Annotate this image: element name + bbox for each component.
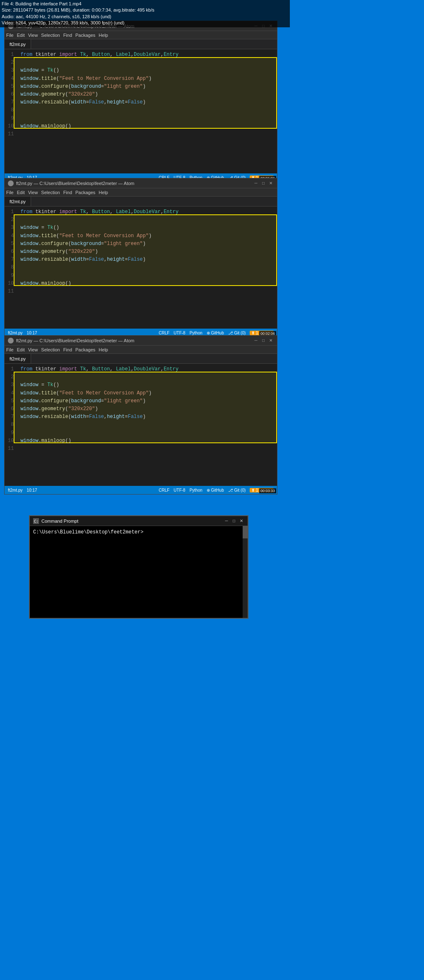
status-python-2: Python xyxy=(190,331,202,335)
tab-ft2mt-2[interactable]: ft2mt.py xyxy=(5,197,31,206)
code-line-2-11 xyxy=(20,288,274,295)
editor-area-2: 1234567891011 from tkinter import Tk, Bu… xyxy=(5,207,277,329)
code-line-2-6: window.geometry("320x220") xyxy=(20,248,274,256)
cmd-close-button[interactable]: ✕ xyxy=(238,518,244,524)
atom-icon-3 xyxy=(8,338,14,343)
svg-text:C:: C: xyxy=(34,519,39,524)
code-line-2-4: window.title("Feet to Meter Conversion A… xyxy=(20,232,274,240)
title-bar-2: ft2mt.py — C:\Users\Bluelime\Desktop\fee… xyxy=(5,178,277,188)
code-content-1[interactable]: from tkinter import Tk, Button, Label,Do… xyxy=(17,49,277,173)
menu-view-2[interactable]: View xyxy=(28,190,38,195)
line-numbers-2: 1234567891011 xyxy=(5,207,17,329)
title-bar-left-2: ft2mt.py — C:\Users\Bluelime\Desktop\fee… xyxy=(8,180,134,186)
status-left-3: ft2mt.py 10:17 xyxy=(8,488,37,492)
status-right-3: CRLF UTF-8 Python ⊕ GitHub ⎇ Git (0) ⬆ 1… xyxy=(159,488,274,492)
code-line-3-8 xyxy=(20,421,274,429)
cmd-maximize-button[interactable]: □ xyxy=(231,518,237,524)
code-line-1-3: window = Tk() xyxy=(20,67,274,74)
menu-file-2[interactable]: File xyxy=(6,190,14,195)
minimize-button-3[interactable]: ─ xyxy=(253,338,259,343)
code-line-3-3: window = Tk() xyxy=(20,381,274,389)
menu-selection-1[interactable]: Selection xyxy=(41,33,60,38)
code-line-3-5: window.configure(background="light green… xyxy=(20,397,274,405)
code-line-3-1: from tkinter import Tk, Button, Label,Do… xyxy=(20,365,274,373)
title-controls-2[interactable]: ─ □ ✕ xyxy=(253,180,274,186)
menu-view-1[interactable]: View xyxy=(28,33,38,38)
menu-view-3[interactable]: View xyxy=(28,347,38,352)
code-content-3[interactable]: from tkinter import Tk, Button, Label,Do… xyxy=(17,364,277,486)
menu-find-1[interactable]: Find xyxy=(63,33,72,38)
menu-find-3[interactable]: Find xyxy=(63,347,72,352)
minimize-button-2[interactable]: ─ xyxy=(253,180,259,186)
cmd-controls[interactable]: ─ □ ✕ xyxy=(224,518,244,524)
menu-packages-2[interactable]: Packages xyxy=(75,190,95,195)
code-line-2-9 xyxy=(20,272,274,280)
code-line-1-8 xyxy=(20,106,274,114)
line-numbers-3: 1234567891011 xyxy=(5,364,17,486)
menu-edit-1[interactable]: Edit xyxy=(17,33,25,38)
status-python-3: Python xyxy=(190,488,202,492)
menu-selection-3[interactable]: Selection xyxy=(41,347,60,352)
code-line-1-5: window.configure(background="light green… xyxy=(20,83,274,91)
title-text-3: ft2mt.py — C:\Users\Bluelime\Desktop\fee… xyxy=(16,338,134,343)
code-line-2-5: window.configure(background="light green… xyxy=(20,240,274,248)
code-line-2-7: window.resizable(width=False,height=Fals… xyxy=(20,256,274,264)
close-button-3[interactable]: ✕ xyxy=(268,338,274,343)
video-info-line4: Video: h264, yuv420p, 1280x720, 359 kb/s… xyxy=(2,20,288,26)
status-bar-3: ft2mt.py 10:17 CRLF UTF-8 Python ⊕ GitHu… xyxy=(5,486,277,494)
code-line-1-1: from tkinter import Tk, Button, Label,Do… xyxy=(20,51,274,59)
menu-file-3[interactable]: File xyxy=(6,347,14,352)
status-right-2: CRLF UTF-8 Python ⊕ GitHub ⎇ Git (0) ⬆ 1… xyxy=(159,331,274,335)
code-line-1-11 xyxy=(20,130,274,138)
editor-area-1: 1234567891011 from tkinter import Tk, Bu… xyxy=(5,49,277,173)
code-line-1-10: window.mainloop() xyxy=(20,122,274,130)
maximize-button-2[interactable]: □ xyxy=(260,180,266,186)
menu-help-2[interactable]: Help xyxy=(99,190,108,195)
tab-bar-1: ft2mt.py xyxy=(5,39,277,49)
title-bar-3: ft2mt.py — C:\Users\Bluelime\Desktop\fee… xyxy=(5,336,277,346)
tab-bar-2: ft2mt.py xyxy=(5,197,277,207)
code-line-1-7: window.resizable(width=False,height=Fals… xyxy=(20,98,274,106)
code-line-3-7: window.resizable(width=False,height=Fals… xyxy=(20,413,274,421)
cmd-prompt-text: C:\Users\Bluelime\Desktop\feet2meter> xyxy=(33,529,143,535)
status-position-2: 10:17 xyxy=(27,331,37,335)
close-button-2[interactable]: ✕ xyxy=(268,180,274,186)
cmd-body[interactable]: C:\Users\Bluelime\Desktop\feet2meter> xyxy=(30,526,248,618)
menu-edit-2[interactable]: Edit xyxy=(17,190,25,195)
video-info-line3: Audio: aac, 44100 Hz, 2 channels, s16, 1… xyxy=(2,14,288,20)
code-content-2[interactable]: from tkinter import Tk, Button, Label,Do… xyxy=(17,207,277,329)
video-info-line1: File 4: Building the interface Part 1.mp… xyxy=(2,1,288,7)
menu-help-3[interactable]: Help xyxy=(99,347,108,352)
tab-bar-3: ft2mt.py xyxy=(5,354,277,364)
cmd-scrollbar[interactable] xyxy=(243,526,248,618)
editor-area-3: 1234567891011 from tkinter import Tk, Bu… xyxy=(5,364,277,486)
maximize-button-3[interactable]: □ xyxy=(260,338,266,343)
title-bar-left-3: ft2mt.py — C:\Users\Bluelime\Desktop\fee… xyxy=(8,338,134,343)
code-line-2-2 xyxy=(20,216,274,224)
menu-file-1[interactable]: File xyxy=(6,33,14,38)
menu-selection-2[interactable]: Selection xyxy=(41,190,60,195)
cmd-scrollbar-thumb[interactable] xyxy=(243,526,248,538)
menu-find-2[interactable]: Find xyxy=(63,190,72,195)
cmd-window: C: Command Prompt ─ □ ✕ C:\Users\Bluelim… xyxy=(29,515,248,619)
status-git-3: ⎇ Git (0) xyxy=(228,488,246,492)
video-info-line2: Size: 28110477 bytes (26.81 MiB), durati… xyxy=(2,7,288,13)
cmd-title-text: Command Prompt xyxy=(41,519,78,524)
status-github-3: ⊕ GitHub xyxy=(207,488,224,492)
menu-help-1[interactable]: Help xyxy=(99,33,108,38)
status-crlf-3: CRLF xyxy=(159,488,169,492)
atom-window-3: ft2mt.py — C:\Users\Bluelime\Desktop\fee… xyxy=(4,335,277,495)
status-git-2: ⎇ Git (0) xyxy=(228,331,246,335)
menu-packages-3[interactable]: Packages xyxy=(75,347,95,352)
line-numbers-1: 1234567891011 xyxy=(5,49,17,173)
code-line-1-2 xyxy=(20,59,274,67)
menu-packages-1[interactable]: Packages xyxy=(75,33,95,38)
status-github-2: ⊕ GitHub xyxy=(207,331,224,335)
cmd-prompt-line: C:\Users\Bluelime\Desktop\feet2meter> xyxy=(33,529,244,535)
cmd-minimize-button[interactable]: ─ xyxy=(224,518,229,524)
menu-edit-3[interactable]: Edit xyxy=(17,347,25,352)
status-utf8-2: UTF-8 xyxy=(173,331,185,335)
title-controls-3[interactable]: ─ □ ✕ xyxy=(253,338,274,343)
tab-ft2mt-1[interactable]: ft2mt.py xyxy=(5,39,31,49)
tab-ft2mt-3[interactable]: ft2mt.py xyxy=(5,354,31,363)
